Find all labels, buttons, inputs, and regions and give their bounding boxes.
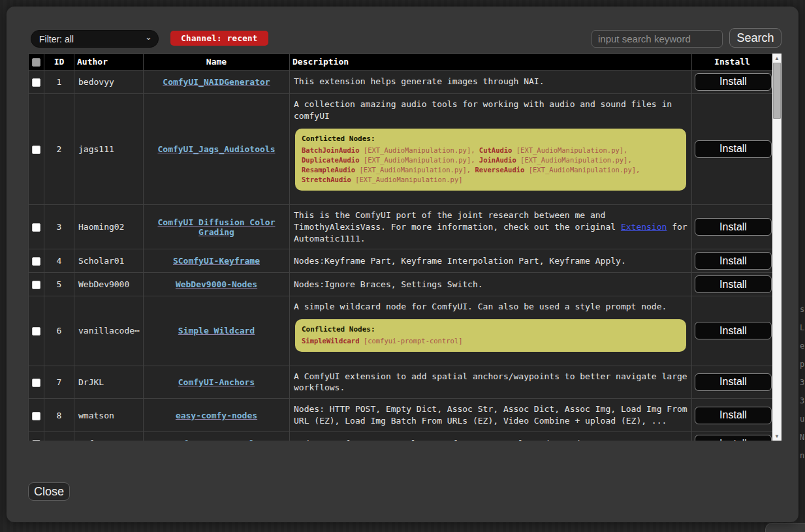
extension-name-link[interactable]: ComfyUI-Anchors <box>178 377 255 387</box>
row-author: Haoming02 <box>74 204 144 249</box>
conflicted-nodes-warning: Conflicted Nodes: BatchJoinAudio [EXT_Au… <box>295 129 686 191</box>
row-select-checkbox[interactable] <box>32 257 40 266</box>
table-header-row: ID Author Name Description Install <box>29 54 773 70</box>
edge-fragment: 3 <box>800 373 805 392</box>
row-select-checkbox[interactable] <box>32 281 40 289</box>
header-id: ID <box>44 54 74 70</box>
filter-select-wrap: Filter: all ⌄ <box>31 30 159 48</box>
install-button[interactable]: Install <box>695 140 772 158</box>
row-select-checkbox[interactable] <box>32 440 40 441</box>
row-select-checkbox[interactable] <box>32 412 40 420</box>
row-description: A collection amazing audio tools for wor… <box>290 93 692 204</box>
table-row: 4 Scholar01 SComfyUI-Keyframe Nodes:Keyf… <box>29 249 773 273</box>
row-author: vanillacode⋯ <box>74 296 144 366</box>
table-row: 3 Haoming02 ComfyUI Diffusion Color Grad… <box>29 204 773 249</box>
extension-name-link[interactable]: SComfyUI-Keyframe <box>173 256 260 266</box>
conflict-node-source: [EXT_AudioManipulation.py], <box>360 146 479 154</box>
row-select-checkbox[interactable] <box>32 146 40 154</box>
description-text: This is the ComfyUI port of the joint re… <box>294 210 621 232</box>
extension-name-link[interactable]: ComfyUI_NAIDGenerator <box>163 77 270 87</box>
extension-table-region: ID Author Name Description Install 1 bed… <box>28 54 781 441</box>
conflicted-nodes-warning: Conflicted Nodes: SimpleWildcard [comfyu… <box>295 319 686 351</box>
conflict-node-source: [EXT_AudioManipulation.py], <box>355 166 475 174</box>
install-button[interactable]: Install <box>695 252 772 270</box>
install-button[interactable]: Install <box>695 322 772 339</box>
row-id: 6 <box>44 296 74 366</box>
table-row: 9 SoftMeng ComfyUI_Mexx_Styler Nodes: Co… <box>29 432 773 441</box>
conflict-node-name: ReverseAudio <box>475 166 525 174</box>
row-select-checkbox[interactable] <box>32 223 40 232</box>
conflict-node-source: [comfyui-prompt-control] <box>360 337 463 345</box>
edge-fragment: u <box>800 410 805 428</box>
conflict-node-source: [EXT_AudioManipulation.py], <box>360 156 479 164</box>
header-name: Name <box>144 54 290 70</box>
row-description: A ComfyUI extension to add spatial ancho… <box>290 366 692 399</box>
row-description: Nodes:Keyframe Part, Keyframe Interpolat… <box>290 249 692 273</box>
row-select-checkbox[interactable] <box>32 327 40 336</box>
close-button[interactable]: Close <box>28 482 70 501</box>
install-button[interactable]: Install <box>695 407 772 424</box>
install-button[interactable]: Install <box>695 275 772 293</box>
row-description: Nodes:Ignore Braces, Settings Switch. <box>290 273 692 296</box>
extension-name-link[interactable]: ComfyUI Diffusion Color Grading <box>157 217 275 237</box>
scrollbar-up-arrow-icon[interactable]: ▲ <box>772 54 781 63</box>
row-author: DrJKL <box>74 366 144 399</box>
extension-external-link[interactable]: Extension <box>621 222 667 232</box>
extension-name-link[interactable]: ComfyUI_Mexx_Styler <box>168 439 265 441</box>
row-id: 1 <box>44 70 74 93</box>
conflict-node-name: JoinAudio <box>479 156 516 164</box>
scrollbar-down-arrow-icon[interactable]: ▼ <box>772 431 781 441</box>
header-description: Description <box>290 54 692 70</box>
custom-nodes-manager-dialog: Filter: all ⌄ Channel: recent Search ID … <box>7 7 798 522</box>
table-scrollbar[interactable]: ▲ ▼ <box>772 54 781 441</box>
extension-name-link[interactable]: WebDev9000-Nodes <box>176 279 257 289</box>
extension-name-link[interactable]: easy-comfy-nodes <box>176 411 257 420</box>
row-select-checkbox[interactable] <box>32 379 40 387</box>
row-description: This is the ComfyUI port of the joint re… <box>290 204 692 249</box>
row-id: 4 <box>44 249 74 273</box>
conflict-node-source: [EXT_AudioManipulation.py], <box>512 146 627 154</box>
conflict-node-source: [EXT_AudioManipulation.py] <box>351 176 463 183</box>
conflict-node-name: ResampleAudio <box>302 166 355 174</box>
install-button[interactable]: Install <box>695 435 772 441</box>
edge-fragment: L <box>800 319 805 337</box>
table-row: 8 wmatson easy-comfy-nodes Nodes: HTTP P… <box>29 399 773 432</box>
row-author: WebDev9000 <box>74 273 144 296</box>
description-text: A simple wildcard node for ComfyUI. Can … <box>294 301 687 313</box>
row-id: 9 <box>44 432 74 441</box>
select-all-checkbox[interactable] <box>32 58 40 67</box>
conflict-node-source: [EXT_AudioManipulation.py], <box>516 156 632 164</box>
filter-select[interactable]: Filter: all <box>31 30 159 48</box>
extension-name-link[interactable]: ComfyUI_Jags_Audiotools <box>157 144 275 154</box>
description-text: A collection amazing audio tools for wor… <box>294 99 687 122</box>
extension-table-scroll-area[interactable]: ID Author Name Description Install 1 bed… <box>28 54 772 441</box>
row-id: 3 <box>44 204 74 249</box>
row-author: Scholar01 <box>74 249 144 273</box>
install-button[interactable]: Install <box>695 218 772 236</box>
conflict-node-name: SimpleWildcard <box>302 337 360 345</box>
row-description: Nodes: ComfyUI Mexx Styler, ComfyUI Mexx… <box>290 432 692 441</box>
search-button[interactable]: Search <box>729 28 781 48</box>
conflict-node-name: BatchJoinAudio <box>302 146 360 154</box>
install-button[interactable]: Install <box>695 73 772 91</box>
install-button[interactable]: Install <box>695 373 772 391</box>
extension-name-link[interactable]: Simple Wildcard <box>178 326 255 336</box>
table-row: 1 bedovyy ComfyUI_NAIDGenerator This ext… <box>29 70 773 93</box>
row-author: jags111 <box>74 93 144 204</box>
conflict-node-name: StretchAudio <box>302 176 351 183</box>
header-author: Author <box>74 54 144 70</box>
conflict-node-name: CutAudio <box>479 146 513 154</box>
channel-badge[interactable]: Channel: recent <box>170 31 268 46</box>
search-input[interactable] <box>592 30 723 48</box>
row-description: This extension helps generate images thr… <box>290 70 692 93</box>
edge-fragment: e <box>800 337 805 355</box>
row-select-checkbox[interactable] <box>32 78 40 87</box>
extension-table: ID Author Name Description Install 1 bed… <box>28 54 772 441</box>
header-install: Install <box>692 54 773 70</box>
row-id: 2 <box>44 93 74 204</box>
conflict-title: Conflicted Nodes: <box>302 134 680 144</box>
scrollbar-thumb[interactable] <box>773 63 781 119</box>
background-panel-corner <box>765 523 805 532</box>
row-description: A simple wildcard node for ComfyUI. Can … <box>290 296 692 366</box>
row-id: 5 <box>44 273 74 296</box>
